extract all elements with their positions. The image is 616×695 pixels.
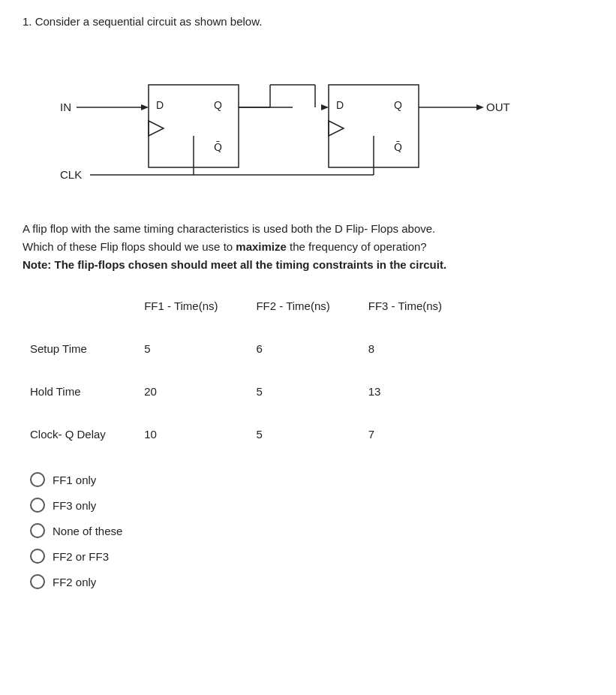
label-ff2-or-ff3: FF2 or FF3: [53, 550, 109, 563]
label-none: None of these: [53, 525, 122, 537]
svg-text:D: D: [336, 99, 344, 111]
clkq-ff1: 10: [144, 420, 256, 448]
table-row-setup: Setup Time 5 6 8: [30, 335, 480, 363]
radio-ff2-or-ff3[interactable]: [30, 549, 45, 564]
svg-text:Q̄: Q̄: [214, 141, 222, 153]
circuit-diagram: IN D Q Q̄ D Q Q̄: [38, 40, 563, 205]
clkq-label: Clock- Q Delay: [30, 420, 144, 448]
setup-label: Setup Time: [30, 335, 144, 363]
svg-text:D: D: [156, 99, 164, 111]
option-ff2-only[interactable]: FF2 only: [30, 574, 593, 589]
hold-label: Hold Time: [30, 378, 144, 405]
label-ff3-only: FF3 only: [53, 499, 96, 512]
col-header-label: [30, 292, 144, 320]
svg-text:Q̄: Q̄: [394, 141, 402, 153]
desc-line2: Which of these Flip flops should we use …: [23, 240, 427, 253]
option-none[interactable]: None of these: [30, 523, 593, 538]
setup-ff1: 5: [144, 335, 256, 363]
radio-ff3-only[interactable]: [30, 498, 45, 513]
svg-marker-13: [321, 104, 329, 110]
desc-line3: Note: The flip-flops chosen should meet …: [23, 258, 446, 271]
col-header-ff3: FF3 - Time(ns): [368, 292, 480, 320]
svg-text:OUT: OUT: [486, 101, 510, 113]
clkq-ff3: 7: [368, 420, 480, 448]
hold-ff3: 13: [368, 378, 480, 405]
hold-ff1: 20: [144, 378, 256, 405]
col-header-ff1: FF1 - Time(ns): [144, 292, 256, 320]
options-container: FF1 only FF3 only None of these FF2 or F…: [30, 472, 593, 589]
clkq-ff2: 5: [256, 420, 368, 448]
svg-marker-20: [476, 104, 484, 110]
option-ff2-or-ff3[interactable]: FF2 or FF3: [30, 549, 593, 564]
svg-marker-2: [141, 104, 149, 110]
label-ff1-only: FF1 only: [53, 474, 96, 486]
table-row-clkq: Clock- Q Delay 10 5 7: [30, 420, 480, 448]
option-ff3-only[interactable]: FF3 only: [30, 498, 593, 513]
radio-ff2-only[interactable]: [30, 574, 45, 589]
setup-ff3: 8: [368, 335, 480, 363]
question-number: 1. Consider a sequential circuit as show…: [23, 15, 593, 28]
timing-table: FF1 - Time(ns) FF2 - Time(ns) FF3 - Time…: [30, 292, 480, 448]
svg-text:IN: IN: [60, 101, 71, 113]
description: A flip flop with the same timing charact…: [23, 220, 593, 274]
hold-ff2: 5: [256, 378, 368, 405]
svg-text:CLK: CLK: [60, 168, 82, 181]
col-header-ff2: FF2 - Time(ns): [256, 292, 368, 320]
setup-ff2: 6: [256, 335, 368, 363]
svg-text:Q: Q: [394, 99, 402, 111]
table-row-hold: Hold Time 20 5 13: [30, 378, 480, 405]
option-ff1-only[interactable]: FF1 only: [30, 472, 593, 487]
svg-text:Q: Q: [214, 99, 222, 111]
radio-none[interactable]: [30, 523, 45, 538]
desc-line1: A flip flop with the same timing charact…: [23, 222, 435, 235]
radio-ff1-only[interactable]: [30, 472, 45, 487]
label-ff2-only: FF2 only: [53, 576, 96, 588]
